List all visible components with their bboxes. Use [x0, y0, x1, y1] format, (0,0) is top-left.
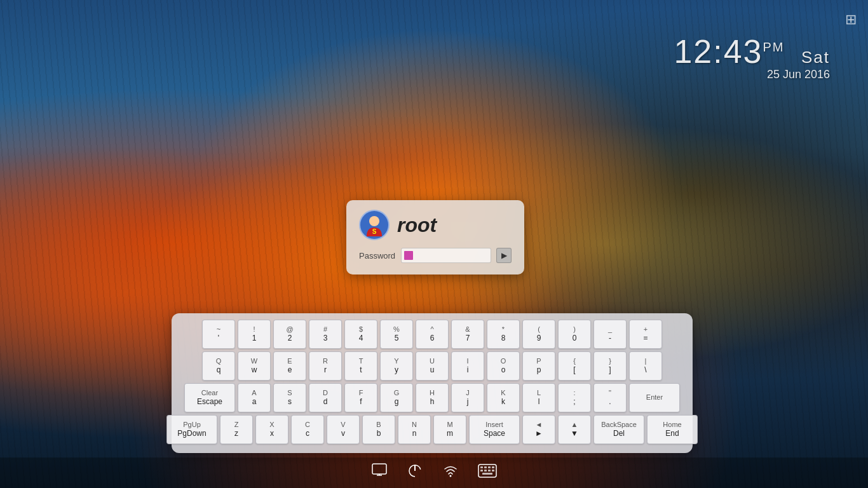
kb-row-asdf: ClearEscape Aa Ss Dd Ff Gg Hh Jj Kk Ll :…: [179, 383, 685, 412]
wifi-icon[interactable]: [442, 463, 459, 483]
monitor-icon[interactable]: [371, 463, 388, 483]
kb-colon[interactable]: :;: [558, 383, 591, 412]
kb-row-zxcv: PgUpPgDown Zz Xx Cc Vv Bb Nn Mm InsertSp…: [179, 415, 685, 444]
user-row: S root: [359, 210, 512, 240]
password-label: Password: [359, 251, 396, 261]
system-icon[interactable]: ⊞: [845, 11, 857, 28]
kb-tilde[interactable]: ~': [202, 320, 235, 349]
kb-backslash[interactable]: |\: [629, 351, 662, 381]
kb-row-qwerty: Qq Ww Ee Rr Tt Yy Uu Ii Oo Pp {[ }] |\: [179, 351, 685, 381]
kb-u[interactable]: Uu: [416, 351, 449, 381]
kb-clear-escape[interactable]: ClearEscape: [184, 383, 235, 412]
login-submit-button[interactable]: ▶: [496, 248, 512, 263]
clock-digits: 12:43: [674, 33, 763, 70]
taskbar: [0, 458, 868, 488]
kb-h[interactable]: Hh: [416, 383, 449, 412]
kb-enter[interactable]: Enter: [629, 383, 680, 412]
kb-r[interactable]: Rr: [309, 351, 342, 381]
kb-m[interactable]: Mm: [433, 415, 466, 444]
clock-time: 12:43PM Sat: [674, 35, 830, 68]
svg-rect-15: [488, 470, 491, 471]
kb-q[interactable]: Qq: [202, 351, 235, 381]
kb-pgup-pgdown[interactable]: PgUpPgDown: [166, 415, 217, 444]
kb-up-down[interactable]: ▲▼: [558, 415, 591, 444]
avatar-svg: S: [363, 214, 386, 236]
kb-j[interactable]: Jj: [451, 383, 484, 412]
kb-k[interactable]: Kk: [487, 383, 520, 412]
kb-backspace-del[interactable]: BackSpaceDel: [593, 415, 644, 444]
svg-rect-10: [484, 466, 487, 468]
kb-p[interactable]: Pp: [522, 351, 555, 381]
username-display: root: [397, 214, 437, 237]
svg-rect-11: [488, 466, 491, 468]
kb-minus[interactable]: _-: [593, 320, 627, 349]
svg-rect-12: [492, 466, 494, 468]
kb-o[interactable]: Oo: [487, 351, 520, 381]
keyboard-taskbar-icon[interactable]: [478, 464, 497, 482]
kb-3[interactable]: #3: [309, 320, 342, 349]
kb-n[interactable]: Nn: [398, 415, 431, 444]
password-indicator: [404, 251, 413, 260]
kb-x[interactable]: Xx: [255, 415, 288, 444]
power-icon[interactable]: [407, 463, 423, 483]
password-row: Password ▶: [359, 248, 512, 263]
user-avatar: S: [359, 210, 390, 240]
svg-rect-16: [492, 470, 494, 471]
svg-point-0: [369, 216, 379, 226]
kb-5[interactable]: %5: [380, 320, 413, 349]
svg-rect-2: [372, 464, 386, 474]
kb-d[interactable]: Dd: [309, 383, 342, 412]
kb-z[interactable]: Zz: [220, 415, 253, 444]
kb-4[interactable]: $4: [344, 320, 377, 349]
kb-t[interactable]: Tt: [344, 351, 377, 381]
kb-6[interactable]: ^6: [416, 320, 449, 349]
kb-7[interactable]: &7: [451, 320, 484, 349]
svg-point-7: [450, 475, 452, 477]
svg-text:S: S: [372, 228, 377, 235]
kb-b[interactable]: Bb: [362, 415, 395, 444]
kb-g[interactable]: Gg: [380, 383, 413, 412]
kb-home-end[interactable]: HomeEnd: [647, 415, 698, 444]
kb-a[interactable]: Aa: [238, 383, 271, 412]
virtual-keyboard: ~' !1 @2 #3 $4 %5 ^6 &7 *8 (9 )0 _- += Q…: [172, 313, 693, 453]
kb-f[interactable]: Ff: [344, 383, 377, 412]
kb-2[interactable]: @2: [273, 320, 306, 349]
kb-e[interactable]: Ee: [273, 351, 306, 381]
kb-i[interactable]: Ii: [451, 351, 484, 381]
kb-insert-space[interactable]: InsertSpace: [469, 415, 520, 444]
clock-day: Sat: [801, 48, 830, 67]
clock-date: 25 Jun 2016: [674, 68, 830, 81]
kb-left-right[interactable]: ◄►: [522, 415, 555, 444]
kb-9[interactable]: (9: [522, 320, 555, 349]
kb-rbracket[interactable]: }]: [593, 351, 627, 381]
kb-quote[interactable]: ".: [593, 383, 627, 412]
kb-1[interactable]: !1: [238, 320, 271, 349]
clock-ampm: PM: [763, 40, 785, 54]
svg-rect-9: [480, 466, 483, 468]
kb-c[interactable]: Cc: [291, 415, 324, 444]
kb-8[interactable]: *8: [487, 320, 520, 349]
svg-rect-13: [480, 470, 483, 471]
password-field[interactable]: [401, 248, 491, 263]
login-dialog: S root Password ▶: [346, 200, 524, 274]
kb-lbracket[interactable]: {[: [558, 351, 591, 381]
svg-rect-14: [484, 470, 487, 471]
kb-l[interactable]: Ll: [522, 383, 555, 412]
kb-0[interactable]: )0: [558, 320, 591, 349]
kb-w[interactable]: Ww: [238, 351, 271, 381]
kb-row-numbers: ~' !1 @2 #3 $4 %5 ^6 &7 *8 (9 )0 _- +=: [179, 320, 685, 349]
kb-equals[interactable]: +=: [629, 320, 662, 349]
clock-area: 12:43PM Sat 25 Jun 2016: [674, 35, 830, 81]
kb-y[interactable]: Yy: [380, 351, 413, 381]
kb-v[interactable]: Vv: [327, 415, 360, 444]
svg-rect-17: [482, 473, 492, 475]
kb-s[interactable]: Ss: [273, 383, 306, 412]
